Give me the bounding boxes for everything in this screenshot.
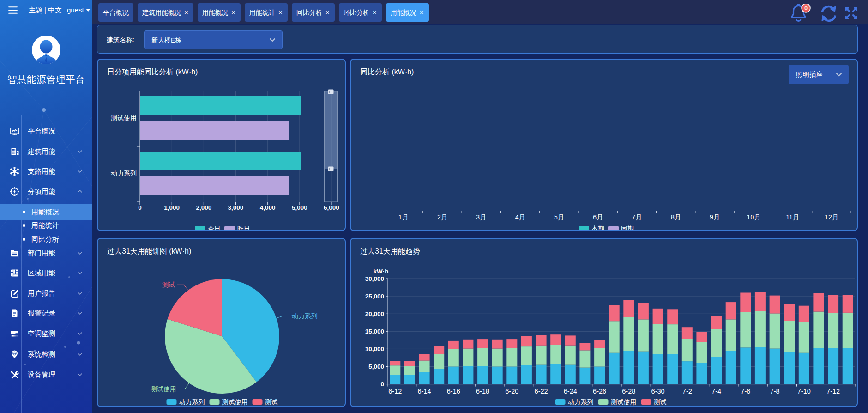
svg-text:动力系列: 动力系列 <box>179 398 205 406</box>
svg-text:测试使用: 测试使用 <box>222 398 248 406</box>
svg-text:0: 0 <box>804 5 808 12</box>
svg-text:8月: 8月 <box>671 213 681 221</box>
svg-text:30,000: 30,000 <box>365 275 384 282</box>
svg-text:6-16: 6-16 <box>447 388 460 395</box>
svg-text:6-24: 6-24 <box>564 388 577 395</box>
svg-text:5月: 5月 <box>554 213 564 221</box>
svg-text:15,000: 15,000 <box>365 328 384 335</box>
svg-text:7-2: 7-2 <box>682 388 692 395</box>
svg-text:5,000: 5,000 <box>292 204 307 211</box>
svg-text:6-20: 6-20 <box>505 388 518 395</box>
svg-text:10,000: 10,000 <box>365 346 384 352</box>
svg-text:9月: 9月 <box>710 213 720 221</box>
svg-text:6-22: 6-22 <box>535 388 548 395</box>
svg-text:6-26: 6-26 <box>593 388 606 395</box>
svg-text:7-6: 7-6 <box>741 388 750 395</box>
svg-text:12月: 12月 <box>825 213 838 221</box>
svg-text:5,000: 5,000 <box>368 363 384 370</box>
svg-text:6-28: 6-28 <box>622 388 635 395</box>
svg-text:1,000: 1,000 <box>164 204 180 211</box>
svg-text:0: 0 <box>138 204 142 211</box>
svg-text:2月: 2月 <box>437 213 447 221</box>
svg-text:动力系列: 动力系列 <box>568 398 594 406</box>
svg-text:动力系列: 动力系列 <box>111 170 137 177</box>
svg-text:测试使用: 测试使用 <box>611 398 637 406</box>
svg-text:6-12: 6-12 <box>388 388 402 395</box>
svg-text:7月: 7月 <box>632 213 642 221</box>
svg-text:今日: 今日 <box>208 225 221 231</box>
svg-text:3,000: 3,000 <box>228 204 244 211</box>
svg-text:测试使用: 测试使用 <box>111 114 137 121</box>
svg-text:2,000: 2,000 <box>196 204 211 211</box>
svg-text:3月: 3月 <box>476 213 486 221</box>
svg-text:6-30: 6-30 <box>651 388 665 395</box>
svg-text:1月: 1月 <box>398 213 409 221</box>
svg-text:同期: 同期 <box>621 225 634 231</box>
svg-text:7-12: 7-12 <box>826 388 840 395</box>
svg-text:kW·h: kW·h <box>374 268 389 275</box>
svg-text:20,000: 20,000 <box>365 310 384 317</box>
svg-text:测试: 测试 <box>162 281 175 288</box>
svg-text:6月: 6月 <box>593 213 603 221</box>
svg-text:7-10: 7-10 <box>797 388 811 395</box>
svg-text:4月: 4月 <box>515 213 525 221</box>
svg-text:25,000: 25,000 <box>365 293 384 300</box>
svg-text:10月: 10月 <box>747 213 761 221</box>
svg-text:6-14: 6-14 <box>418 388 431 395</box>
svg-text:本期: 本期 <box>591 225 604 231</box>
svg-text:11月: 11月 <box>786 213 799 221</box>
svg-text:7-4: 7-4 <box>711 388 721 395</box>
svg-text:测试: 测试 <box>654 398 667 406</box>
svg-text:动力系列: 动力系列 <box>292 312 318 320</box>
svg-text:昨日: 昨日 <box>237 225 250 231</box>
svg-text:6-18: 6-18 <box>476 388 489 395</box>
svg-text:6,000: 6,000 <box>324 204 339 211</box>
svg-text:测试: 测试 <box>265 398 278 406</box>
svg-text:4,000: 4,000 <box>260 204 276 211</box>
svg-text:测试使用: 测试使用 <box>151 385 176 393</box>
svg-text:0: 0 <box>380 381 384 388</box>
svg-text:7-8: 7-8 <box>770 388 780 395</box>
